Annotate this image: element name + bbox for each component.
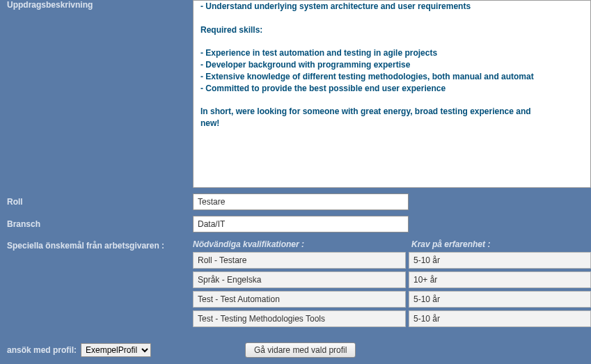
desc-line: - Experience in test automation and test… bbox=[200, 47, 583, 59]
desc-line: - Developer background with programming … bbox=[200, 59, 583, 71]
desc-line: - Extensive knowledge of different testi… bbox=[200, 71, 583, 83]
bransch-label: Bransch bbox=[0, 219, 193, 229]
desc-line: - Understand underlying system architect… bbox=[200, 1, 583, 13]
table-row: Test - Test Automation 5-10 år bbox=[193, 291, 591, 308]
bransch-input[interactable] bbox=[193, 216, 409, 232]
desc-line: new! bbox=[200, 118, 583, 129]
desc-line: In short, were looking for someone with … bbox=[200, 106, 583, 118]
profile-select[interactable]: ExempelProfil bbox=[81, 343, 151, 357]
description-box: - Understand underlying system architect… bbox=[193, 0, 591, 188]
qualification-name: Roll - Testare bbox=[193, 252, 406, 269]
table-row: Test - Testing Methodologies Tools 5-10 … bbox=[193, 310, 591, 327]
qualifications-header-name: Nödvändiga kvalifikationer : bbox=[193, 239, 409, 249]
qualification-name: Test - Test Automation bbox=[193, 291, 406, 308]
qualification-exp: 5-10 år bbox=[409, 252, 591, 269]
roll-input[interactable] bbox=[193, 193, 409, 210]
speciella-label: Speciella önskemål från arbetsgivaren : bbox=[0, 239, 193, 251]
qualification-exp: 10+ år bbox=[409, 271, 591, 288]
qualifications-header-exp: Krav på erfarenhet : bbox=[409, 239, 591, 249]
table-row: Språk - Engelska 10+ år bbox=[193, 271, 591, 288]
desc-required-skills: Required skills: bbox=[200, 24, 583, 36]
uppdragsbeskrivning-label: Uppdragsbeskrivning bbox=[0, 0, 193, 10]
qualification-name: Språk - Engelska bbox=[193, 271, 406, 288]
qualification-exp: 5-10 år bbox=[409, 310, 591, 327]
qualification-exp: 5-10 år bbox=[409, 291, 591, 308]
go-button[interactable]: Gå vidare med vald profil bbox=[245, 342, 356, 358]
qualification-name: Test - Testing Methodologies Tools bbox=[193, 310, 406, 327]
qualifications-table: Nödvändiga kvalifikationer : Krav på erf… bbox=[193, 239, 591, 330]
desc-line: - Committed to provide the best possible… bbox=[200, 83, 583, 95]
roll-label: Roll bbox=[0, 197, 193, 207]
ansok-label: ansök med profil: bbox=[7, 345, 77, 355]
table-row: Roll - Testare 5-10 år bbox=[193, 252, 591, 269]
